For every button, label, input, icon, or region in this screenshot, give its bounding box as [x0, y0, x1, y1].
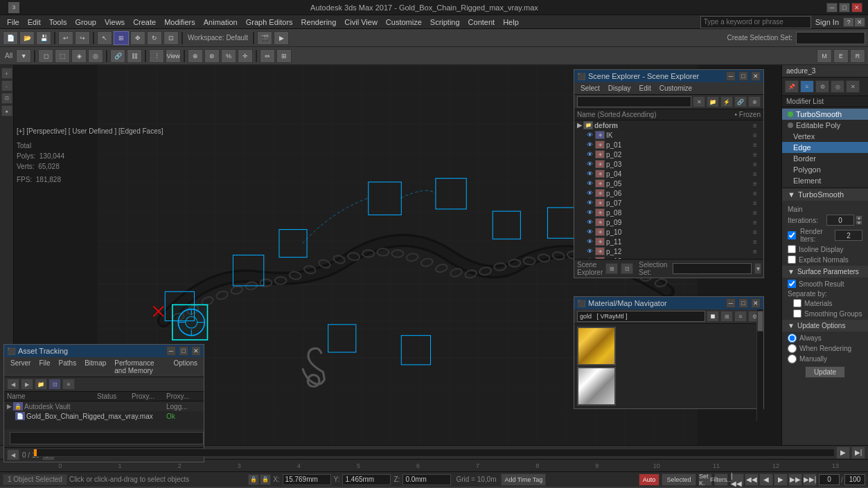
menu-group[interactable]: Group	[71, 17, 100, 28]
scene-item-p07[interactable]: 👁 ◈ p_07 ≡	[574, 198, 763, 208]
modifier-param-btn[interactable]: ⚙	[815, 80, 829, 93]
material-nav-maximize-btn[interactable]: □	[738, 298, 748, 308]
surface-params-header[interactable]: ▼ Surface Parameters	[782, 266, 868, 278]
lock-x-btn[interactable]: 🔒	[248, 474, 259, 485]
turbosmooth-header[interactable]: ▼ TurboSmooth	[782, 188, 868, 201]
always-radio[interactable]	[788, 334, 797, 343]
scene-tool-btn-4[interactable]: 🔗	[734, 96, 747, 107]
pb-play-btn[interactable]: ▶	[774, 473, 788, 486]
angle-snap-btn[interactable]: ⊛	[204, 49, 220, 63]
pb-prev-btn[interactable]: ◀◀	[745, 473, 759, 486]
material-nav-close-btn[interactable]: ✕	[751, 298, 761, 308]
scene-item-p03[interactable]: 👁 ◈ p_03 ≡	[574, 159, 763, 169]
asset-tool-2[interactable]: ▶	[21, 379, 33, 390]
render-iters-input[interactable]	[835, 230, 862, 241]
modifier-border[interactable]: Border	[782, 153, 868, 164]
paint-sel-btn[interactable]: ◈	[71, 49, 87, 63]
scene-item-p08[interactable]: 👁 ◈ p_08 ≡	[574, 208, 763, 217]
when-rendering-radio[interactable]	[788, 344, 797, 353]
modifier-vertex[interactable]: Vertex	[782, 131, 868, 142]
asset-tracking-close-btn[interactable]: ✕	[191, 346, 201, 356]
filters-btn[interactable]: Filters...	[714, 473, 728, 486]
scene-menu-edit[interactable]: Edit	[636, 84, 655, 93]
scene-menu-display[interactable]: Display	[605, 84, 635, 93]
scene-menu-select[interactable]: Select	[577, 84, 603, 93]
render-btn[interactable]: ▶	[274, 31, 289, 45]
scene-tool-btn-3[interactable]: ⚡	[720, 96, 733, 107]
scene-footer-btn2[interactable]: ⊡	[621, 263, 633, 274]
modifier-element[interactable]: Element	[782, 175, 868, 186]
new-btn[interactable]: 📄	[3, 31, 18, 45]
asset-menu-paths[interactable]: Paths	[55, 359, 80, 375]
percent-snap-btn[interactable]: %	[221, 49, 236, 63]
mat-tool-2[interactable]: ⊞	[720, 311, 733, 322]
asset-menu-server[interactable]: Server	[7, 359, 34, 375]
update-options-header[interactable]: ▼ Update Options	[782, 320, 868, 332]
menu-graph-editors[interactable]: Graph Editors	[242, 17, 297, 28]
modifier-edge[interactable]: Edge	[782, 142, 868, 153]
asset-menu-file[interactable]: File	[35, 359, 53, 375]
asset-tool-1[interactable]: ◀	[7, 379, 19, 390]
scene-item-p13[interactable]: 👁 ◈ p_13 ≡	[574, 256, 763, 259]
total-frame-input[interactable]	[844, 474, 865, 485]
mat-tool-1[interactable]: 🔲	[707, 311, 719, 322]
view-label-btn[interactable]: View	[166, 49, 181, 63]
scene-explorer-minimize-btn[interactable]: ─	[726, 71, 736, 81]
asset-path-input[interactable]	[10, 432, 204, 444]
asset-menu-options[interactable]: Options	[170, 359, 201, 375]
left-btn-4[interactable]: ●	[1, 105, 12, 116]
render-setup-btn[interactable]: 🎬	[257, 31, 272, 45]
menu-create[interactable]: Create	[129, 17, 160, 28]
scene-item-p06[interactable]: 👁 ◈ p_06 ≡	[574, 188, 763, 198]
menu-civil-view[interactable]: Civil View	[340, 17, 381, 28]
undo-btn[interactable]: ↩	[58, 31, 73, 45]
save-btn[interactable]: 💾	[36, 31, 51, 45]
selection-set-footer-input[interactable]	[673, 263, 752, 274]
close2-btn[interactable]: ✕	[854, 17, 865, 27]
menu-animation[interactable]: Animation	[200, 17, 242, 28]
sign-in-btn[interactable]: Sign In	[811, 17, 843, 28]
modifier-polygon[interactable]: Polygon	[782, 164, 868, 175]
scene-item-p11[interactable]: 👁 ◈ p_11 ≡	[574, 237, 763, 246]
mat-editor-btn[interactable]: M	[817, 49, 832, 63]
scene-item-ik[interactable]: 👁 ◈ IK ≡	[574, 130, 763, 140]
left-btn-3[interactable]: ⊡	[1, 93, 12, 104]
asset-menu-performance[interactable]: Performance and Memory	[111, 359, 168, 375]
filter-btn[interactable]: ▼	[16, 49, 31, 63]
materials-checkbox[interactable]	[793, 299, 801, 307]
menu-tools[interactable]: Tools	[45, 17, 71, 28]
mat-scrollbar-thumb[interactable]	[757, 324, 763, 332]
rotate-btn[interactable]: ↻	[147, 31, 162, 45]
scene-item-p09[interactable]: 👁 ◈ p_09 ≡	[574, 217, 763, 227]
timeline-track[interactable]	[33, 449, 835, 457]
asset-nav-left[interactable]: ◀	[7, 449, 19, 460]
menu-file[interactable]: File	[3, 17, 24, 28]
menu-scripting[interactable]: Scripting	[426, 17, 464, 28]
next-frame-btn[interactable]: ▶	[836, 446, 850, 459]
smoothing-groups-checkbox[interactable]	[793, 309, 801, 318]
left-btn-2[interactable]: -	[1, 80, 12, 91]
move-btn[interactable]: ✥	[130, 31, 145, 45]
scene-explorer-maximize-btn[interactable]: □	[738, 71, 748, 81]
explicit-normals-checkbox[interactable]	[788, 255, 796, 264]
select-region2-btn[interactable]: ⬚	[55, 49, 70, 63]
modifier-stack-btn[interactable]: ≡	[800, 80, 814, 93]
menu-edit[interactable]: Edit	[24, 17, 45, 28]
modifier-pin-btn[interactable]: 📌	[785, 80, 799, 93]
scene-tool-btn-2[interactable]: 📁	[707, 96, 719, 107]
menu-views[interactable]: Views	[100, 17, 129, 28]
mat-scrollbar[interactable]	[756, 324, 763, 408]
asset-tool-4[interactable]: ⊡	[48, 379, 61, 390]
minimize-btn[interactable]: ─	[826, 3, 838, 12]
mat-tool-3[interactable]: ≡	[734, 311, 747, 322]
scene-item-p12[interactable]: 👁 ◈ p_12 ≡	[574, 246, 763, 256]
asset-file-row[interactable]: 📄 Gold_Box_Chain_Rigged_max_vray.max Ok	[4, 411, 204, 421]
pb-end-btn[interactable]: ▶▶|	[803, 473, 817, 486]
mat-swatch-2[interactable]	[577, 367, 616, 406]
smooth-result-checkbox[interactable]	[788, 280, 796, 288]
scene-search-input[interactable]	[577, 96, 691, 107]
current-frame-input[interactable]	[819, 474, 840, 485]
lock-y-btn[interactable]: 🔒	[260, 474, 271, 485]
iterations-input[interactable]	[826, 215, 854, 226]
asset-tool-3[interactable]: 📁	[35, 379, 47, 390]
